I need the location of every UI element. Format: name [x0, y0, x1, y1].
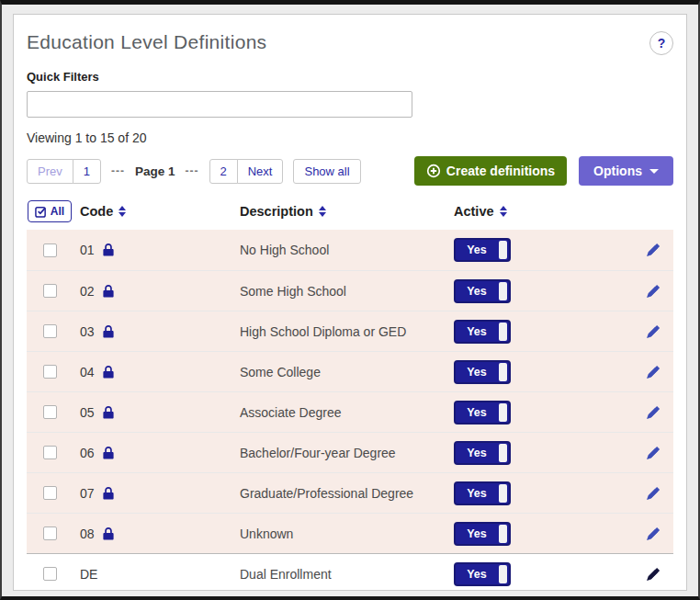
active-toggle[interactable]: Yes — [454, 441, 511, 465]
create-definitions-button[interactable]: Create definitions — [414, 156, 567, 186]
pagination-dashes-left: --- — [111, 164, 125, 177]
prev-page-group: Prev 1 — [27, 159, 101, 184]
next-button[interactable]: Next — [237, 159, 284, 184]
table-header-row: All Code Description Active — [27, 200, 673, 230]
quick-filters-label: Quick Filters — [27, 70, 673, 84]
row-checkbox[interactable] — [43, 526, 57, 540]
edit-pencil-icon[interactable] — [646, 567, 660, 582]
active-toggle[interactable]: Yes — [454, 562, 511, 586]
lock-icon — [103, 527, 114, 540]
edit-pencil-icon[interactable] — [646, 446, 660, 460]
viewing-status: Viewing 1 to 15 of 20 — [27, 130, 673, 145]
edit-pencil-icon[interactable] — [646, 526, 660, 541]
sort-description-icon[interactable] — [319, 206, 326, 217]
page-title: Education Level Definitions — [27, 31, 266, 53]
table-row: 08 Unknown Yes — [27, 513, 673, 553]
help-button[interactable]: ? — [649, 31, 673, 55]
description-cell: Some College — [232, 365, 446, 379]
code-value: 03 — [80, 324, 95, 339]
active-toggle[interactable]: Yes — [454, 401, 511, 425]
row-checkbox[interactable] — [43, 446, 57, 459]
active-toggle-label: Yes — [467, 447, 487, 459]
code-value: 05 — [80, 405, 95, 420]
pagination-dashes-right: --- — [186, 164, 199, 177]
create-definitions-label: Create definitions — [446, 164, 555, 178]
quick-filters-input[interactable] — [27, 91, 412, 118]
current-page-label: Page 1 — [135, 164, 175, 178]
active-header-label: Active — [454, 204, 494, 219]
row-checkbox[interactable] — [43, 405, 57, 419]
lock-icon — [103, 243, 114, 256]
table-row: 05 Associate Degree Yes — [27, 391, 673, 432]
sort-active-icon[interactable] — [500, 206, 507, 217]
code-value: 06 — [80, 446, 95, 460]
active-toggle-label: Yes — [467, 406, 487, 419]
description-header-label: Description — [240, 204, 313, 219]
row-checkbox[interactable] — [43, 365, 57, 379]
edit-pencil-icon[interactable] — [646, 486, 660, 501]
active-toggle[interactable]: Yes — [454, 238, 511, 262]
active-toggle-label: Yes — [467, 568, 487, 581]
edit-pencil-icon[interactable] — [646, 243, 660, 257]
panel-header: Education Level Definitions ? — [27, 31, 673, 55]
next-page-group: 2 Next — [209, 159, 284, 184]
toggle-knob — [499, 323, 507, 341]
toggle-knob — [499, 484, 507, 503]
row-checkbox[interactable] — [43, 567, 57, 581]
sort-code-icon[interactable] — [119, 206, 126, 217]
options-label: Options — [593, 164, 642, 178]
code-cell: DE — [73, 567, 232, 582]
code-cell: 02 — [73, 284, 232, 299]
description-cell: Some High School — [232, 284, 446, 299]
row-checkbox[interactable] — [43, 243, 57, 257]
prev-button[interactable]: Prev — [27, 159, 73, 184]
table-row: 06 Bachelor/Four-year Degree Yes — [27, 432, 673, 472]
active-cell: Yes — [446, 522, 639, 546]
description-cell: High School Diploma or GED — [232, 324, 446, 339]
edit-pencil-icon[interactable] — [646, 284, 660, 299]
column-header-active: Active — [446, 204, 639, 219]
edit-pencil-icon[interactable] — [646, 405, 660, 420]
active-cell: Yes — [446, 360, 639, 384]
row-checkbox[interactable] — [43, 486, 57, 500]
code-cell: 04 — [73, 365, 232, 379]
active-toggle-label: Yes — [467, 527, 487, 540]
lock-icon — [103, 447, 114, 459]
active-toggle[interactable]: Yes — [454, 279, 511, 303]
active-cell: Yes — [446, 238, 639, 262]
code-cell: 07 — [73, 486, 232, 501]
active-toggle[interactable]: Yes — [454, 320, 511, 344]
active-toggle[interactable]: Yes — [454, 360, 511, 384]
active-cell: Yes — [446, 441, 639, 465]
show-all-button[interactable]: Show all — [293, 159, 360, 184]
edit-pencil-icon[interactable] — [646, 324, 660, 339]
active-cell: Yes — [446, 401, 639, 425]
options-button[interactable]: Options — [579, 156, 673, 186]
active-cell: Yes — [446, 320, 639, 344]
row-checkbox[interactable] — [43, 284, 57, 298]
active-toggle-label: Yes — [467, 243, 487, 256]
select-all-button[interactable]: All — [28, 200, 72, 222]
chevron-down-icon — [649, 169, 659, 174]
toggle-knob — [499, 282, 507, 300]
check-square-icon — [35, 206, 47, 218]
code-cell: 05 — [73, 405, 232, 420]
code-value: 07 — [80, 486, 95, 501]
code-cell: 06 — [73, 446, 232, 460]
code-header-label: Code — [80, 204, 113, 219]
active-cell: Yes — [446, 562, 639, 586]
code-cell: 03 — [73, 324, 232, 339]
page-2-button[interactable]: 2 — [209, 159, 238, 184]
edit-pencil-icon[interactable] — [646, 365, 660, 379]
row-checkbox[interactable] — [43, 324, 57, 338]
code-cell: 08 — [73, 526, 232, 541]
toggle-knob — [499, 525, 507, 543]
page-1-button[interactable]: 1 — [73, 159, 101, 184]
pagination-controls: Prev 1 --- Page 1 --- 2 Next Show all — [27, 159, 361, 184]
active-toggle[interactable]: Yes — [454, 522, 511, 546]
column-header-code: Code — [73, 204, 232, 219]
active-toggle-label: Yes — [467, 366, 487, 379]
active-toggle[interactable]: Yes — [454, 481, 511, 505]
toggle-knob — [499, 241, 507, 259]
code-value: 01 — [80, 243, 95, 257]
